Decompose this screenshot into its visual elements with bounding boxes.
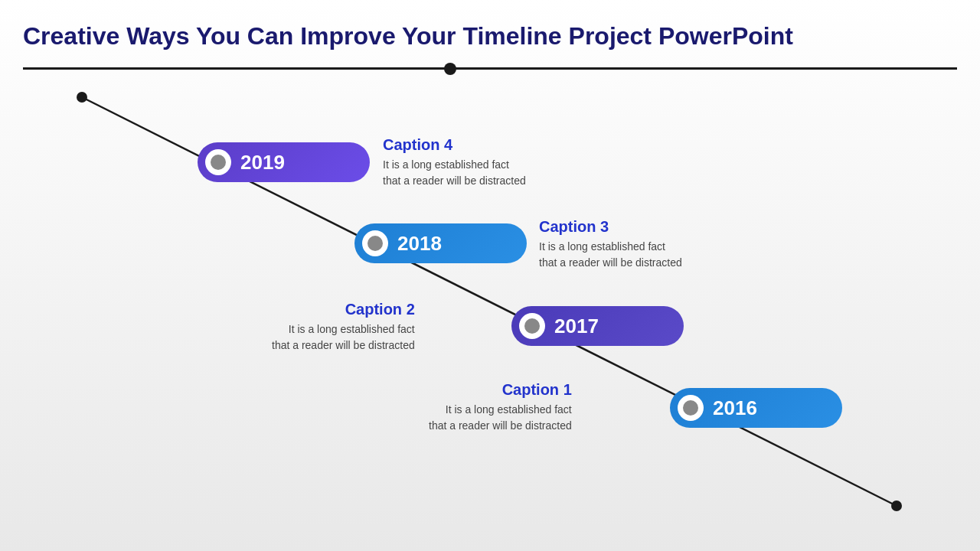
caption-1-text: It is a long established fact that a rea… bbox=[429, 402, 572, 434]
pill-icon-2019 bbox=[205, 149, 231, 175]
caption-3-box: Caption 3 It is a long established fact … bbox=[539, 218, 682, 271]
caption-2-title: Caption 2 bbox=[272, 301, 415, 318]
pill-icon-2016 bbox=[678, 395, 704, 421]
pill-icon-inner-2016 bbox=[683, 400, 698, 416]
caption-4-text: It is a long established fact that a rea… bbox=[383, 157, 526, 189]
timeline-start-dot bbox=[77, 92, 87, 103]
year-label-2017: 2017 bbox=[554, 315, 599, 338]
timeline-end-dot bbox=[891, 500, 902, 511]
year-label-2016: 2016 bbox=[713, 396, 757, 420]
caption-1-title: Caption 1 bbox=[429, 381, 572, 399]
title-dot bbox=[444, 63, 456, 75]
caption-2-box: Caption 2 It is a long established fact … bbox=[272, 301, 415, 354]
caption-1-box: Caption 1 It is a long established fact … bbox=[429, 381, 572, 434]
caption-2-text: It is a long established fact that a rea… bbox=[272, 321, 415, 354]
year-pill-2017: 2017 bbox=[511, 306, 684, 346]
year-label-2018: 2018 bbox=[397, 232, 442, 256]
year-label-2019: 2019 bbox=[240, 151, 285, 174]
pill-icon-2018 bbox=[362, 230, 388, 256]
timeline-svg bbox=[0, 0, 980, 551]
caption-4-box: Caption 4 It is a long established fact … bbox=[383, 136, 526, 189]
title-underline bbox=[23, 67, 957, 70]
caption-3-text: It is a long established fact that a rea… bbox=[539, 239, 682, 271]
pill-icon-2017 bbox=[519, 313, 545, 339]
pill-icon-inner-2018 bbox=[368, 236, 383, 251]
year-pill-2016: 2016 bbox=[670, 388, 842, 428]
year-pill-2019: 2019 bbox=[198, 142, 370, 182]
caption-4-title: Caption 4 bbox=[383, 136, 526, 154]
year-pill-2018: 2018 bbox=[354, 223, 527, 263]
caption-3-title: Caption 3 bbox=[539, 218, 682, 236]
page-title: Creative Ways You Can Improve Your Timel… bbox=[23, 21, 957, 51]
pill-icon-inner-2017 bbox=[524, 318, 540, 334]
pill-icon-inner-2019 bbox=[211, 155, 226, 170]
